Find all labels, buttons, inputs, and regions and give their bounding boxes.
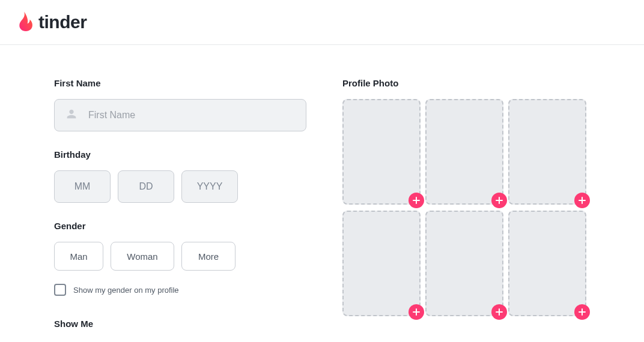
birthday-label: Birthday [54, 149, 306, 160]
show-me-label: Show Me [54, 319, 306, 329]
first-name-input[interactable] [54, 99, 306, 131]
gender-man-button[interactable]: Man [54, 242, 103, 271]
add-photo-button[interactable] [409, 193, 424, 208]
birthday-year-input[interactable] [181, 170, 238, 203]
first-name-label: First Name [54, 78, 306, 88]
gender-row: Man Woman More [54, 242, 306, 271]
gender-woman-button[interactable]: Woman [111, 242, 174, 271]
first-name-wrap [54, 99, 306, 131]
show-gender-label: Show my gender on my profile [73, 286, 179, 295]
add-photo-button[interactable] [409, 304, 424, 320]
person-icon [65, 107, 78, 123]
plus-icon [495, 308, 503, 316]
photo-grid [342, 99, 586, 316]
content: First Name Birthday Gender Man Woman Mor… [0, 45, 644, 340]
show-gender-row: Show my gender on my profile [54, 284, 306, 296]
plus-icon [495, 196, 503, 205]
gender-label: Gender [54, 221, 306, 231]
birthday-row [54, 170, 306, 203]
flame-icon [17, 11, 35, 34]
logo[interactable]: tinder [17, 11, 87, 34]
photo-slot[interactable] [342, 99, 421, 205]
form-column: First Name Birthday Gender Man Woman Mor… [54, 78, 306, 340]
plus-icon [412, 196, 421, 205]
birthday-day-input[interactable] [118, 170, 174, 203]
add-photo-button[interactable] [574, 193, 590, 208]
photos-column: Profile Photo [342, 78, 586, 340]
photo-slot[interactable] [508, 211, 586, 316]
photo-slot[interactable] [508, 99, 586, 205]
logo-text: tinder [38, 12, 87, 32]
birthday-month-input[interactable] [54, 170, 111, 203]
add-photo-button[interactable] [574, 304, 590, 320]
show-gender-checkbox[interactable] [54, 284, 66, 296]
plus-icon [412, 308, 421, 316]
plus-icon [578, 196, 586, 205]
photo-slot[interactable] [342, 211, 421, 316]
add-photo-button[interactable] [491, 304, 507, 320]
photo-slot[interactable] [425, 99, 503, 205]
add-photo-button[interactable] [491, 193, 507, 208]
gender-more-button[interactable]: More [181, 242, 235, 271]
plus-icon [578, 308, 586, 316]
header: tinder [0, 0, 644, 45]
photo-slot[interactable] [425, 211, 503, 316]
profile-photo-label: Profile Photo [342, 78, 586, 88]
